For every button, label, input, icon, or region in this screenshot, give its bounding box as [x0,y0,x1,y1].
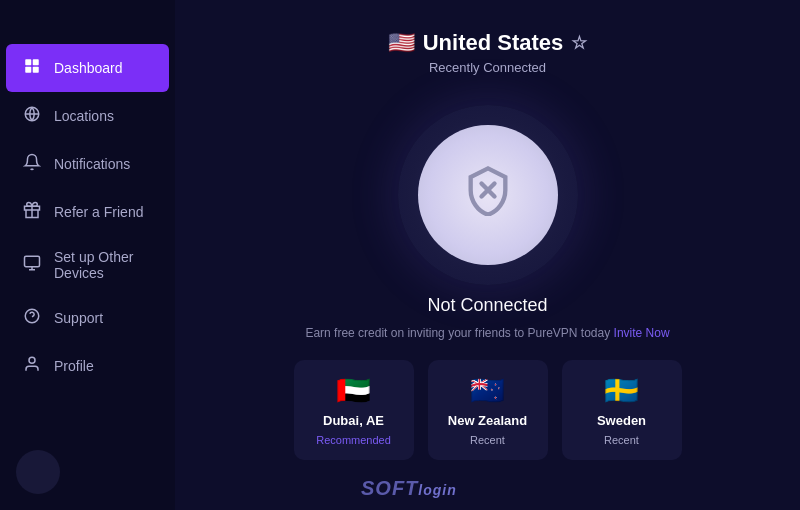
vpn-outer-ring [398,105,578,285]
invite-now-link[interactable]: Invite Now [614,326,670,340]
svg-rect-3 [33,67,39,73]
svg-rect-0 [25,59,31,65]
sidebar-item-dashboard[interactable]: Dashboard [6,44,169,92]
sidebar-item-refer[interactable]: Refer a Friend [6,188,169,236]
sidebar-item-label: Profile [54,358,94,374]
sidebar-item-locations[interactable]: Locations [6,92,169,140]
favorite-icon[interactable]: ☆ [571,32,587,54]
location-card-sweden[interactable]: 🇸🇪 Sweden Recent [562,360,682,460]
dubai-badge: Recommended [316,434,391,446]
sidebar-item-label: Set up Other Devices [54,249,153,281]
nz-flag: 🇳🇿 [470,374,505,407]
dashboard-icon [22,57,42,79]
dubai-flag: 🇦🇪 [336,374,371,407]
connection-location: 🇺🇸 United States ☆ [388,30,588,56]
watermark: SOFTlogin [361,477,457,500]
invite-message: Earn free credit on inviting your friend… [305,326,610,340]
connection-header: 🇺🇸 United States ☆ Recently Connected [388,30,588,75]
sidebar-item-setup[interactable]: Set up Other Devices [6,236,169,294]
svg-rect-2 [25,67,31,73]
main-content: 🇺🇸 United States ☆ Recently Connected No… [175,0,800,510]
dubai-name: Dubai, AE [323,413,384,428]
us-flag: 🇺🇸 [388,30,415,56]
sidebar-logo [0,10,175,44]
sidebar-item-label: Notifications [54,156,130,172]
sidebar-item-label: Dashboard [54,60,123,76]
svg-point-12 [29,357,35,363]
nz-badge: Recent [470,434,505,446]
help-icon [22,307,42,329]
sweden-flag: 🇸🇪 [604,374,639,407]
location-card-dubai[interactable]: 🇦🇪 Dubai, AE Recommended [294,360,414,460]
sidebar-item-notifications[interactable]: Notifications [6,140,169,188]
watermark-suffix: login [418,482,456,498]
monitor-icon [22,254,42,276]
sidebar-item-profile[interactable]: Profile [6,342,169,390]
location-name: United States [423,30,564,56]
svg-rect-7 [25,256,40,267]
location-cards-container: 🇦🇪 Dubai, AE Recommended 🇳🇿 New Zealand … [294,360,682,460]
bell-icon [22,153,42,175]
svg-rect-1 [33,59,39,65]
vpn-connect-button[interactable] [398,105,578,285]
sidebar: Dashboard Locations Notifications [0,0,175,510]
sidebar-item-support[interactable]: Support [6,294,169,342]
sweden-badge: Recent [604,434,639,446]
globe-icon [22,105,42,127]
sidebar-item-label: Support [54,310,103,326]
sidebar-avatar [0,434,175,510]
vpn-status-text: Not Connected [427,295,547,316]
watermark-text: SOFT [361,477,418,499]
sweden-name: Sweden [597,413,646,428]
avatar [16,450,60,494]
vpn-inner-ring [418,125,558,265]
connection-status: Recently Connected [429,60,546,75]
location-card-new-zealand[interactable]: 🇳🇿 New Zealand Recent [428,360,548,460]
sidebar-item-label: Locations [54,108,114,124]
sidebar-item-label: Refer a Friend [54,204,143,220]
user-icon [22,355,42,377]
invite-banner: Earn free credit on inviting your friend… [305,326,669,340]
gift-icon [22,201,42,223]
nz-name: New Zealand [448,413,527,428]
vpn-shield-icon [462,164,514,226]
